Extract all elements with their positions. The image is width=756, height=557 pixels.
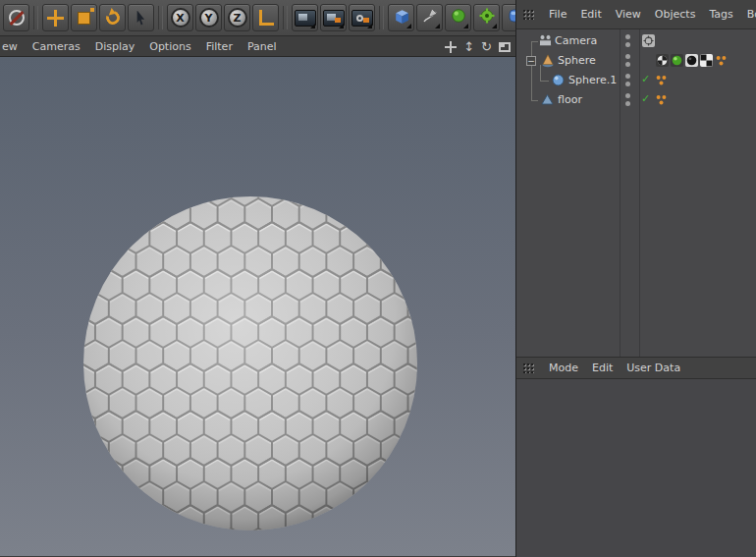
object-row-camera[interactable]: Camera [516, 31, 756, 51]
pen-icon [422, 8, 438, 28]
phong-tag[interactable] [655, 93, 668, 106]
toolbar-separator [158, 6, 163, 29]
move-icon [47, 10, 64, 27]
object-name[interactable]: Sphere [558, 54, 596, 67]
attribute-manager-menubar: Mode Edit User Data [516, 357, 756, 379]
last-tool-button[interactable] [128, 4, 154, 31]
object-name[interactable]: Camera [555, 34, 597, 47]
phong-tag[interactable] [655, 74, 668, 86]
z-axis-icon: Z [228, 8, 247, 28]
lock-y-axis-button[interactable]: Y [195, 4, 222, 31]
viewport-menubar: ew Cameras Display Options Filter Panel … [0, 36, 515, 57]
add-generator-button[interactable] [445, 4, 471, 31]
subdivision-sphere-icon [451, 8, 466, 28]
object-row-floor[interactable]: floor ✓ [516, 90, 756, 110]
add-modeling-button[interactable] [473, 4, 500, 31]
gear-icon [479, 8, 495, 28]
viewport-dolly-icon[interactable]: ↕ [463, 39, 474, 54]
object-manager: − Camera Sphere [516, 29, 756, 357]
visibility-dots[interactable] [625, 93, 630, 107]
texture-black-tag[interactable] [685, 54, 698, 67]
panel-grip-icon[interactable] [522, 362, 535, 373]
om-menu-file[interactable]: File [549, 8, 567, 21]
om-menu-view[interactable]: View [616, 8, 641, 21]
cursor-icon [135, 11, 147, 26]
viewport-toggle-icon[interactable] [499, 42, 511, 52]
render-settings-button[interactable] [349, 4, 375, 31]
visibility-dots[interactable] [625, 54, 630, 68]
toolbar-separator [283, 6, 288, 29]
tag-row [656, 54, 728, 67]
coordinate-system-button[interactable] [252, 4, 279, 31]
viewport-pan-icon[interactable] [445, 41, 457, 53]
viewport-nav-icons: ↕ ↻ [445, 36, 511, 57]
render-picture-viewer-icon [323, 10, 345, 27]
menu-cameras[interactable]: Cameras [32, 40, 81, 53]
om-menu-edit[interactable]: Edit [580, 8, 601, 21]
undo-icon [9, 10, 25, 26]
camera-target-tag[interactable] [642, 34, 655, 47]
om-menu-objects[interactable]: Objects [655, 8, 696, 21]
render-settings-icon [351, 10, 373, 27]
hexagon-sphere [0, 57, 515, 556]
polygon-object-icon [541, 93, 554, 106]
scale-icon [79, 13, 89, 24]
cinema4d-window: X Y Z [0, 0, 756, 557]
lock-x-axis-button[interactable]: X [167, 4, 193, 31]
attr-menu-edit[interactable]: Edit [592, 362, 613, 374]
coordinate-axes-icon [258, 10, 274, 26]
object-manager-menubar: File Edit View Objects Tags Boo [516, 0, 756, 29]
texture-green-tag[interactable] [671, 54, 683, 67]
menu-display[interactable]: Display [95, 40, 135, 53]
menu-options[interactable]: Options [149, 40, 190, 53]
checkerboard-tag[interactable] [700, 54, 713, 67]
move-tool-button[interactable] [42, 4, 69, 31]
scale-tool-button[interactable] [71, 4, 97, 31]
lock-z-axis-button[interactable]: Z [224, 4, 250, 31]
menu-view[interactable]: ew [2, 40, 18, 53]
phong-tag[interactable] [715, 54, 728, 67]
object-name[interactable]: Sphere.1 [568, 74, 617, 86]
toolbar-separator [379, 6, 384, 29]
toolbar-separator [33, 6, 38, 29]
camera-object-icon [538, 34, 553, 47]
object-name[interactable]: floor [558, 93, 582, 106]
object-row-sphere[interactable]: Sphere [516, 51, 756, 71]
y-axis-icon: Y [199, 8, 219, 28]
visibility-dots[interactable] [625, 34, 630, 48]
sphere-parent-object-icon [541, 54, 555, 68]
rotate-tool-button[interactable] [99, 4, 126, 31]
viewport-region: X Y Z [0, 0, 515, 557]
right-panel: File Edit View Objects Tags Boo − Camera [515, 0, 756, 557]
attr-menu-userdata[interactable]: User Data [626, 362, 680, 374]
render-view-button[interactable] [292, 4, 318, 31]
enabled-check-icon[interactable]: ✓ [641, 92, 650, 105]
rotate-icon [103, 8, 122, 27]
object-row-sphere1[interactable]: Sphere.1 ✓ [516, 71, 756, 90]
expand-collapse-toggle[interactable]: − [526, 56, 536, 66]
menu-panel[interactable]: Panel [247, 40, 277, 53]
undo-button[interactable] [3, 4, 29, 31]
render-view-icon [295, 10, 316, 27]
menu-filter[interactable]: Filter [206, 40, 233, 53]
visibility-dots[interactable] [625, 74, 630, 87]
x-axis-icon: X [171, 8, 190, 28]
cube-icon [393, 8, 409, 28]
attr-menu-mode[interactable]: Mode [549, 362, 578, 374]
attribute-manager-empty-area [516, 379, 756, 557]
add-spline-button[interactable] [416, 4, 443, 31]
viewport-3d[interactable] [0, 57, 515, 556]
viewport-orbit-icon[interactable]: ↻ [481, 39, 492, 54]
enabled-check-icon[interactable]: ✓ [641, 73, 650, 85]
panel-grip-icon[interactable] [522, 9, 535, 20]
om-menu-bookmarks[interactable]: Boo [747, 8, 756, 21]
texture-checker-ball-tag[interactable] [656, 54, 669, 67]
add-primitive-button[interactable] [388, 4, 414, 31]
render-picture-viewer-button[interactable] [320, 4, 347, 31]
sphere-object-icon [552, 74, 565, 86]
om-menu-tags[interactable]: Tags [709, 8, 732, 21]
main-toolbar: X Y Z [0, 0, 515, 36]
